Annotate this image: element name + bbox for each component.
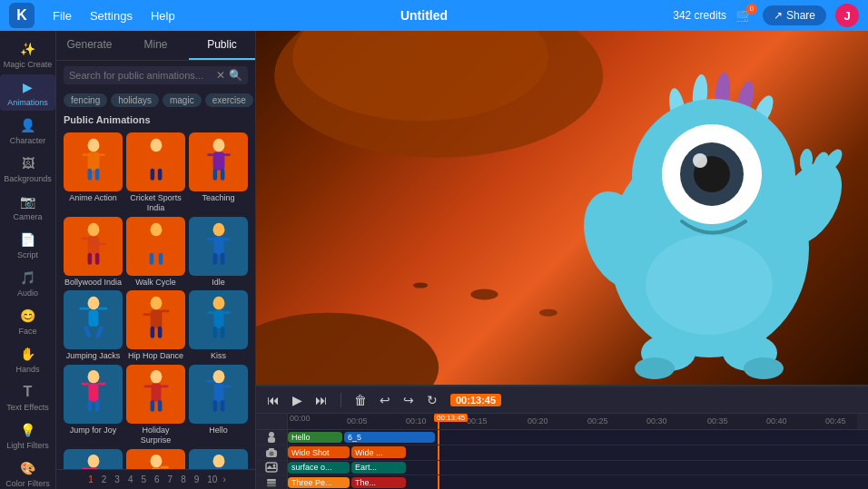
page-8[interactable]: 8 [178, 474, 189, 485]
anim-item-teaching[interactable]: Teaching [189, 132, 248, 213]
sidebar-item-magic-create[interactable]: ✨ Magic Create [0, 36, 55, 73]
anim-item-holiday-surprise[interactable]: Holiday Surprise [126, 365, 185, 445]
clip-hello[interactable]: Hello [288, 432, 342, 444]
sidebar-item-text-effects[interactable]: T Text Effects [0, 379, 55, 416]
tab-public[interactable]: Public [189, 31, 255, 60]
svg-point-117 [269, 432, 274, 437]
timeline-play-button[interactable]: ▶ [289, 391, 306, 409]
timeline-delete-button[interactable]: 🗑 [350, 391, 370, 409]
anim-item-jump-joy[interactable]: Jump for Joy [64, 365, 123, 445]
svg-point-120 [270, 451, 274, 455]
credits-display: 342 credits [673, 9, 726, 22]
menu-help[interactable]: Help [151, 9, 175, 23]
svg-rect-34 [212, 252, 217, 264]
anim-label: Hip Hop Dance [128, 351, 183, 361]
page-1[interactable]: 1 [85, 474, 96, 485]
tag-magic[interactable]: magic [163, 93, 202, 107]
anim-item-idle[interactable]: Idle [189, 217, 248, 288]
timeline-skip-end-button[interactable]: ⏭ [311, 391, 331, 409]
sidebar-item-animations[interactable]: ▶ Animations [0, 74, 55, 111]
timeline-scroll[interactable] [857, 414, 868, 429]
anim-item-anime-action[interactable]: Anime Action [64, 132, 123, 213]
menu-file[interactable]: File [53, 9, 72, 23]
sidebar-item-light-filters[interactable]: 💡 Light Filters [0, 417, 55, 454]
sidebar-item-script[interactable]: 📄 Script [0, 227, 55, 263]
svg-rect-38 [79, 308, 89, 310]
anim-item-agreeing[interactable]: Agreeing-1 [189, 449, 248, 469]
anim-item-presenting[interactable]: Presenting-1 [126, 449, 185, 469]
page-6[interactable]: 6 [152, 474, 163, 485]
sidebar-item-hands[interactable]: ✋ Hands [0, 341, 55, 377]
user-avatar[interactable]: J [835, 4, 859, 27]
sidebar-item-label: Audio [17, 289, 38, 298]
svg-point-36 [87, 297, 99, 310]
anim-item-cricket[interactable]: Cricket Sports India [126, 132, 185, 213]
anim-item-jumping-jacks[interactable]: Jumping Jacks [64, 290, 123, 361]
clip-earth-1[interactable]: Eart... [351, 462, 406, 474]
clip-6-5[interactable]: 6_5 [344, 432, 435, 444]
tab-mine[interactable]: Mine [123, 31, 189, 60]
anim-thumb [64, 217, 123, 276]
timeline-skip-start-button[interactable]: ⏮ [263, 391, 283, 409]
clip-surface-1[interactable]: surface o... [288, 462, 350, 474]
sidebar-item-camera[interactable]: 📷 Camera [0, 189, 55, 225]
svg-point-6 [150, 139, 162, 152]
search-input[interactable] [69, 70, 212, 81]
track-layers-content[interactable]: Three Pe... The... [288, 475, 857, 489]
timeline-refresh-button[interactable]: ↻ [423, 391, 441, 409]
anim-thumb [189, 365, 248, 424]
tag-fencing[interactable]: fencing [64, 93, 107, 107]
sidebar-item-color-filters[interactable]: 🎨 Color Filters [0, 455, 55, 489]
anim-item-hip-hop[interactable]: Hip Hop Dance [126, 290, 185, 361]
timeline-undo-button[interactable]: ↩ [376, 391, 394, 409]
page-10[interactable]: 10 [204, 474, 220, 485]
anim-item-kiss[interactable]: Kiss [189, 290, 248, 361]
clip-three-pe[interactable]: Three Pe... [288, 477, 350, 489]
track-character-content[interactable]: Hello 6_5 [288, 430, 857, 445]
anim-item-hello[interactable]: Hello [189, 365, 248, 445]
track-camera-content[interactable]: Wide Shot Wide ... [288, 445, 857, 460]
anim-item-thinking[interactable]: Thinking [64, 449, 123, 469]
page-9[interactable]: 9 [192, 474, 202, 485]
svg-point-18 [87, 222, 99, 236]
sidebar-item-backgrounds[interactable]: 🖼 Backgrounds [0, 151, 55, 187]
ruler-mark-4: 00:20 [528, 416, 548, 425]
svg-rect-35 [220, 252, 224, 264]
svg-rect-40 [83, 326, 91, 338]
cart-button[interactable]: 🛒 0 [735, 7, 754, 24]
tab-generate[interactable]: Generate [56, 31, 123, 60]
share-label: Share [786, 9, 815, 22]
sidebar-item-audio[interactable]: 🎵 Audio [0, 265, 55, 301]
sidebar-item-label: Magic Create [4, 60, 53, 69]
timeline-redo-button[interactable]: ↪ [399, 391, 418, 409]
tag-holidays[interactable]: holidays [111, 93, 159, 107]
svg-rect-7 [150, 152, 162, 171]
anim-item-walk-cycle[interactable]: Walk Cycle [126, 217, 185, 288]
svg-rect-26 [145, 238, 152, 240]
anim-label: Bollywood India [64, 278, 122, 288]
page-4[interactable]: 4 [125, 474, 136, 485]
page-2[interactable]: 2 [99, 474, 110, 485]
page-next-icon[interactable]: › [222, 474, 225, 484]
topbar: K File Settings Help Untitled 342 credit… [0, 0, 868, 31]
clip-wide-shot-2[interactable]: Wide ... [351, 446, 406, 458]
page-7[interactable]: 7 [165, 474, 176, 485]
clip-the-1[interactable]: The... [351, 477, 406, 489]
svg-rect-46 [150, 327, 154, 338]
page-5[interactable]: 5 [138, 474, 149, 485]
svg-point-48 [212, 297, 224, 310]
svg-point-111 [693, 153, 707, 168]
sidebar-item-face[interactable]: 😊 Face [0, 303, 55, 339]
clip-wide-shot-1[interactable]: Wide Shot [288, 446, 350, 458]
search-clear-icon[interactable]: ✕ [216, 69, 225, 82]
menu-settings[interactable]: Settings [90, 9, 133, 23]
sidebar-item-character[interactable]: 👤 Character [0, 112, 55, 149]
track-camera-icon [256, 445, 288, 460]
hands-icon: ✋ [19, 345, 37, 363]
tag-exercise[interactable]: exercise [205, 93, 253, 107]
page-3[interactable]: 3 [112, 474, 123, 485]
anim-item-bollywood[interactable]: Bollywood India [64, 217, 123, 288]
track-background-content[interactable]: surface o... Eart... [288, 461, 857, 475]
svg-rect-31 [213, 236, 223, 254]
share-button[interactable]: ↗ Share [763, 5, 826, 25]
